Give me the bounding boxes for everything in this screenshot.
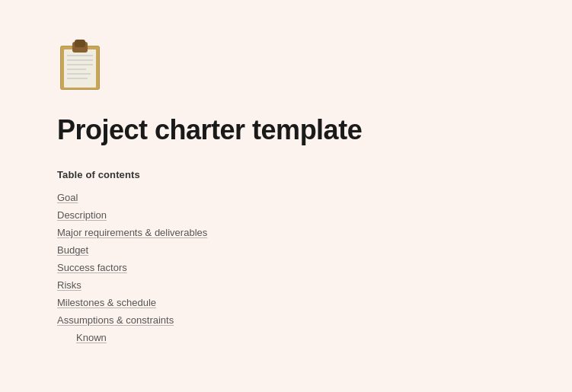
page-container: Project charter template Table of conten… [0, 0, 572, 392]
toc-item-requirements[interactable]: Major requirements & deliverables [57, 225, 572, 241]
toc-item-success-factors[interactable]: Success factors [57, 260, 572, 276]
toc-item-milestones[interactable]: Milestones & schedule [57, 295, 572, 311]
toc-item-known[interactable]: Known [57, 330, 572, 346]
toc-item-budget[interactable]: Budget [57, 242, 572, 258]
page-title: Project charter template [57, 114, 572, 146]
toc-section: Table of contents Goal Description Major… [57, 169, 572, 346]
toc-item-risks[interactable]: Risks [57, 277, 572, 293]
toc-item-description[interactable]: Description [57, 207, 572, 223]
clipboard-icon [57, 38, 103, 91]
svg-rect-4 [75, 40, 85, 47]
toc-list: Goal Description Major requirements & de… [57, 190, 572, 346]
toc-item-assumptions[interactable]: Assumptions & constraints [57, 312, 572, 328]
toc-heading: Table of contents [57, 169, 572, 180]
toc-item-goal[interactable]: Goal [57, 190, 572, 206]
